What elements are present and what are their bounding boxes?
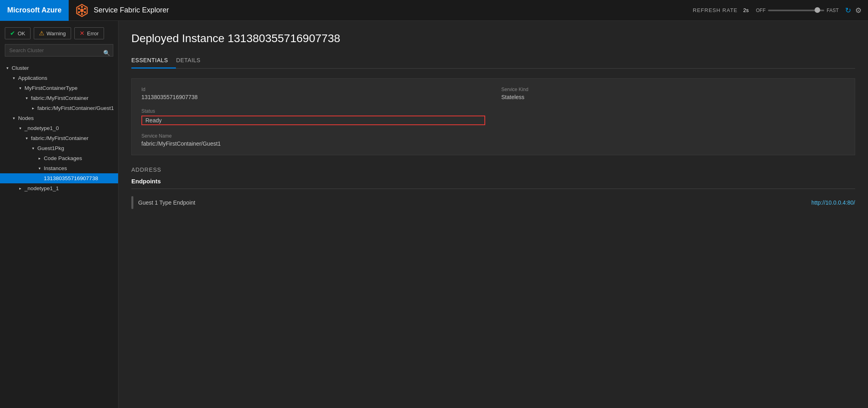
chevron-fabric-guest1 [31,106,35,110]
service-kind-label: Service Kind [501,87,845,92]
tree-label-nodetype1-1: _nodetype1_1 [25,185,59,191]
filter-error-button[interactable]: ✕ Error [74,27,104,39]
field-service-name: Service Name fabric:/MyFirstContainer/Gu… [141,133,485,147]
tree-item-nodes[interactable]: Nodes [0,113,118,123]
refresh-slider-track[interactable] [768,10,824,11]
refresh-rate-label: REFRESH RATE [693,7,737,13]
refresh-slider-thumb[interactable] [815,7,820,13]
tree-item-guest1pkg[interactable]: Guest1Pkg [0,143,118,153]
chevron-instances [37,166,42,171]
ok-icon: ✔ [10,30,15,37]
refresh-rate-value: 2s [743,7,749,13]
content-area: Deployed Instance 131380355716907738 ESS… [118,21,868,408]
chevron-applications [11,76,16,80]
tree-item-fabric-guest1[interactable]: fabric:/MyFirstContainer/Guest1 [0,103,118,113]
tree-item-cluster[interactable]: Cluster [0,63,118,73]
endpoint-bar [131,196,133,209]
tree-item-instance-id[interactable]: 131380355716907738 [0,173,118,183]
tree-label-code-packages: Code Packages [44,155,82,161]
slider-fast-label: FAST [827,8,839,13]
tree-label-node-fabric-myfirstcontainer: fabric:/MyFirstContainer [31,135,88,141]
endpoints-label: Endpoints [131,178,855,185]
sidebar-filters: ✔ OK ⚠ Warning ✕ Error [0,21,118,44]
field-service-kind: Service Kind Stateless [501,87,845,100]
status-value: Ready [141,116,485,125]
address-section: ADDRESS Endpoints Guest 1 Type Endpoint … [131,166,855,212]
tree-label-cluster: Cluster [12,65,29,71]
azure-brand: Microsoft Azure [0,0,69,21]
tree-item-myfirstcontainertype[interactable]: MyFirstContainerType [0,83,118,93]
tree-item-nodetype1-0[interactable]: _nodetype1_0 [0,123,118,133]
chevron-nodetype1-0 [18,126,22,130]
tree-label-instances: Instances [44,165,67,171]
refresh-icon[interactable]: ↻ [845,6,851,15]
chevron-fabric-myfirstcontainer [24,96,29,100]
chevron-guest1pkg [31,146,35,150]
tree-item-fabric-myfirstcontainer[interactable]: fabric:/MyFirstContainer [0,93,118,103]
header: Microsoft Azure Service Fabric Explorer … [0,0,868,21]
sidebar-tree: Cluster Applications MyFirstContainerTyp… [0,61,118,408]
tree-label-instance-id: 131380355716907738 [44,175,98,181]
endpoint-divider [131,189,855,189]
warning-icon: ⚠ [39,30,44,37]
tree-item-nodetype1-1[interactable]: _nodetype1_1 [0,183,118,193]
id-value: 131380355716907738 [141,94,485,100]
chevron-nodetype1-1 [18,186,22,191]
endpoint-row: Guest 1 Type Endpoint http://10.0.0.4:80… [131,193,855,212]
service-name-label: Service Name [141,133,485,139]
tree-label-nodes: Nodes [18,115,34,121]
tree-label-applications: Applications [18,75,47,81]
tab-details[interactable]: DETAILS [176,53,208,69]
essentials-card: Id 131380355716907738 Service Kind State… [131,78,855,155]
tab-essentials[interactable]: ESSENTIALS [131,53,176,69]
header-controls: REFRESH RATE 2s OFF FAST ↻ ⚙ [693,6,862,15]
tree-item-node-fabric-myfirstcontainer[interactable]: fabric:/MyFirstContainer [0,133,118,143]
sidebar: ✔ OK ⚠ Warning ✕ Error 🔍 Cluster [0,21,118,408]
service-name-value: fabric:/MyFirstContainer/Guest1 [141,140,485,147]
endpoint-url[interactable]: http://10.0.0.4:80/ [811,199,855,206]
status-label: Status [141,108,485,114]
settings-icon[interactable]: ⚙ [855,6,862,15]
filter-warning-label: Warning [47,30,66,37]
error-icon: ✕ [80,30,85,37]
page-title: Deployed Instance 131380355716907738 [131,32,855,45]
search-input[interactable] [5,44,113,57]
address-section-title: ADDRESS [131,166,855,173]
tree-label-myfirstcontainertype: MyFirstContainerType [25,85,78,91]
tree-label-fabric-myfirstcontainer: fabric:/MyFirstContainer [31,95,88,101]
field-status: Status Ready [141,108,485,125]
content-tabs: ESSENTIALS DETAILS [131,53,855,69]
chevron-myfirstcontainertype [18,86,22,90]
tree-label-fabric-guest1: fabric:/MyFirstContainer/Guest1 [37,105,114,111]
refresh-slider-container[interactable]: OFF FAST [756,8,839,13]
chevron-cluster [5,66,10,70]
chevron-nodes [11,116,16,120]
tree-label-nodetype1-0: _nodetype1_0 [25,125,59,131]
essentials-grid: Id 131380355716907738 Service Kind State… [141,87,845,147]
fabric-logo [75,4,89,17]
field-id: Id 131380355716907738 [141,87,485,100]
search-icon[interactable]: 🔍 [103,50,110,56]
endpoint-name: Guest 1 Type Endpoint [138,199,807,206]
chevron-code-packages [37,156,42,160]
service-kind-value: Stateless [501,94,845,100]
slider-off-label: OFF [756,8,766,13]
id-label: Id [141,87,485,92]
filter-warning-button[interactable]: ⚠ Warning [34,27,71,39]
chevron-node-fabric-myfirstcontainer [24,136,29,140]
main-layout: ✔ OK ⚠ Warning ✕ Error 🔍 Cluster [0,21,868,408]
tree-item-instances[interactable]: Instances [0,163,118,173]
app-title: Service Fabric Explorer [94,6,169,14]
filter-ok-button[interactable]: ✔ OK [5,27,31,39]
filter-error-label: Error [87,30,99,37]
tree-item-code-packages[interactable]: Code Packages [0,153,118,163]
tree-item-applications[interactable]: Applications [0,73,118,83]
tree-label-guest1pkg: Guest1Pkg [37,145,64,151]
sidebar-search-container: 🔍 [0,44,118,61]
filter-ok-label: OK [18,30,25,37]
